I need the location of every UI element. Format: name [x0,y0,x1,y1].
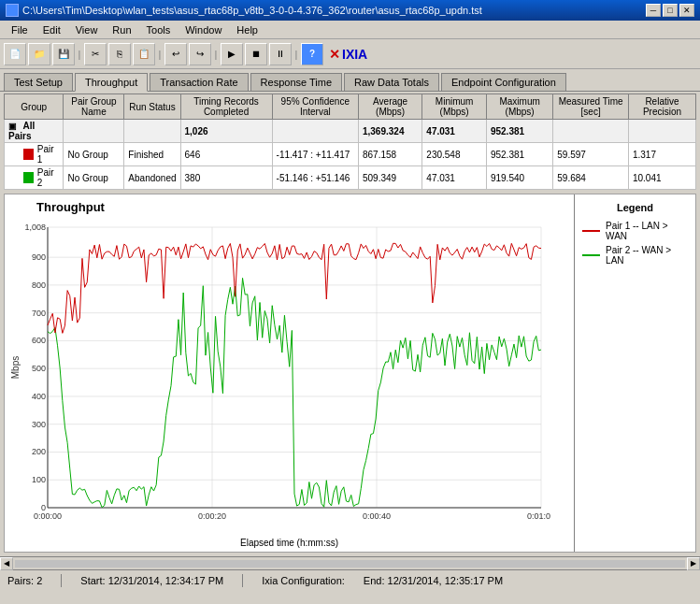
chart-title: Throughput [36,200,570,214]
status-bar: Pairs: 2 Start: 12/31/2014, 12:34:17 PM … [0,569,700,590]
chart-left-panel: Throughput Elapsed time (h:mm:ss) [5,194,574,552]
legend-title: Legend [582,202,688,213]
col-header-maximum: Maximum (Mbps) [486,94,552,120]
all-pairs-minimum: 47.031 [422,120,487,143]
pair2-group-cell: Pair 2 [5,166,64,190]
legend-item-pair1: Pair 1 -- LAN > WAN [582,221,688,241]
all-pairs-maximum: 952.381 [486,120,552,143]
toolbar-copy[interactable]: ⎘ [108,43,131,65]
table-row: Pair 1 No Group Finished 646 -11.417 : +… [5,143,696,166]
menu-run[interactable]: Run [105,22,138,37]
pair2-color-icon [23,172,34,183]
toolbar-cut[interactable]: ✂ [84,43,107,65]
toolbar-pause[interactable]: ⏸ [269,43,292,65]
tab-response-time[interactable]: Response Time [250,73,342,91]
menu-edit[interactable]: Edit [36,22,68,37]
legend-line-pair2 [582,254,600,256]
maximize-button[interactable]: □ [663,4,678,17]
tab-test-setup[interactable]: Test Setup [4,73,73,91]
throughput-canvas [8,218,550,536]
all-pairs-run-status [124,120,180,143]
ixia-logo: ✕ IXIA [329,47,367,62]
toolbar-run[interactable]: ▶ [221,43,243,65]
table-row: Pair 2 No Group Abandoned 380 -51.146 : … [5,166,696,190]
toolbar-save[interactable]: 💾 [52,43,75,65]
toolbar-redo[interactable]: ↪ [189,43,211,65]
scroll-right-button[interactable]: ▶ [687,557,700,570]
pair1-measured: 59.597 [553,143,629,166]
pair1-average: 867.158 [358,143,421,166]
status-sep2 [242,574,243,587]
toolbar-undo[interactable]: ↩ [164,43,187,65]
ixia-brand: IXIA [342,47,367,62]
menu-file[interactable]: File [4,22,36,37]
close-button[interactable]: ✕ [679,4,694,17]
expand-icon[interactable]: ▣ [8,122,17,131]
chart-area: Throughput Elapsed time (h:mm:ss) Legend… [4,194,696,553]
toolbar: 📄 📁 💾 | ✂ ⎘ 📋 | ↩ ↪ | ▶ ⏹ ⏸ | ? ✕ IXIA [0,39,700,69]
menu-bar: File Edit View Run Tools Window Help [0,21,700,39]
minimize-button[interactable]: ─ [646,4,661,17]
table-row: ▣ All Pairs 1,026 1,369.324 47.031 952.3… [5,120,696,143]
data-table-wrapper: Group Pair Group Name Run Status Timing … [0,93,700,190]
menu-help[interactable]: Help [229,22,265,37]
status-pairs: Pairs: 2 [7,575,42,586]
all-pairs-group-name [64,120,124,143]
col-header-records: Timing Records Completed [180,94,272,120]
group-all-pairs-cell: ▣ All Pairs [5,120,64,143]
status-ixia-config: Ixia Configuration: [262,575,345,586]
menu-window[interactable]: Window [178,22,229,37]
tab-endpoint-configuration[interactable]: Endpoint Configuration [441,73,566,91]
pair2-maximum: 919.540 [486,166,552,190]
all-pairs-measured [553,120,629,143]
app-icon [6,4,19,17]
tab-bar: Test Setup Throughput Transaction Rate R… [0,69,700,92]
legend-label-pair1: Pair 1 -- LAN > WAN [606,221,688,241]
pair2-label: Pair 2 [37,167,60,188]
pair1-precision: 1.317 [628,143,695,166]
pair2-records: 380 [180,166,272,190]
tab-raw-data-totals[interactable]: Raw Data Totals [344,73,439,91]
toolbar-info[interactable]: ? [301,43,323,65]
tab-transaction-rate[interactable]: Transaction Rate [150,73,248,91]
toolbar-paste[interactable]: 📋 [133,43,155,65]
col-header-pair-group: Pair Group Name [64,94,124,120]
col-header-confidence: 95% Confidence Interval [272,94,358,120]
pair2-confidence: -51.146 : +51.146 [272,166,358,190]
chart-x-label: Elapsed time (h:mm:ss) [8,538,570,548]
col-header-measured: Measured Time [sec] [553,94,629,120]
scroll-left-button[interactable]: ◀ [0,557,13,570]
results-table: Group Pair Group Name Run Status Timing … [4,93,696,190]
col-header-run-status: Run Status [124,94,180,120]
pair1-records: 646 [180,143,272,166]
scroll-track [15,560,685,568]
toolbar-sep2: | [157,43,163,65]
menu-tools[interactable]: Tools [139,22,179,37]
pair2-measured: 59.684 [553,166,629,190]
pair2-run-status: Abandoned [124,166,180,190]
pair2-group-name: No Group [64,166,124,190]
title-bar-left: C:\Users\Tim\Desktop\wlan_tests\asus_rta… [6,4,482,17]
pair1-confidence: -11.417 : +11.417 [272,143,358,166]
pair1-maximum: 952.381 [486,143,552,166]
horizontal-scrollbar[interactable]: ◀ ▶ [0,556,700,569]
title-bar-text: C:\Users\Tim\Desktop\wlan_tests\asus_rta… [22,5,482,16]
col-header-group: Group [5,94,64,120]
toolbar-new[interactable]: 📄 [4,43,26,65]
legend-label-pair2: Pair 2 -- WAN > LAN [606,245,688,266]
chart-legend: Legend Pair 1 -- LAN > WAN Pair 2 -- WAN… [574,194,695,552]
tab-throughput[interactable]: Throughput [75,73,148,92]
toolbar-sep1: | [77,43,82,65]
pair1-color-icon [23,149,34,160]
menu-view[interactable]: View [68,22,106,37]
pair2-minimum: 47.031 [422,166,487,190]
status-sep1 [61,574,62,587]
pair1-group-name: No Group [64,143,124,166]
ixia-x-mark: ✕ [329,47,340,62]
status-end: End: 12/31/2014, 12:35:17 PM [364,575,503,586]
toolbar-open[interactable]: 📁 [28,43,50,65]
toolbar-stop[interactable]: ⏹ [245,43,267,65]
col-header-minimum: Minimum (Mbps) [422,94,487,120]
title-bar: C:\Users\Tim\Desktop\wlan_tests\asus_rta… [0,0,700,21]
legend-line-pair1 [582,230,600,232]
